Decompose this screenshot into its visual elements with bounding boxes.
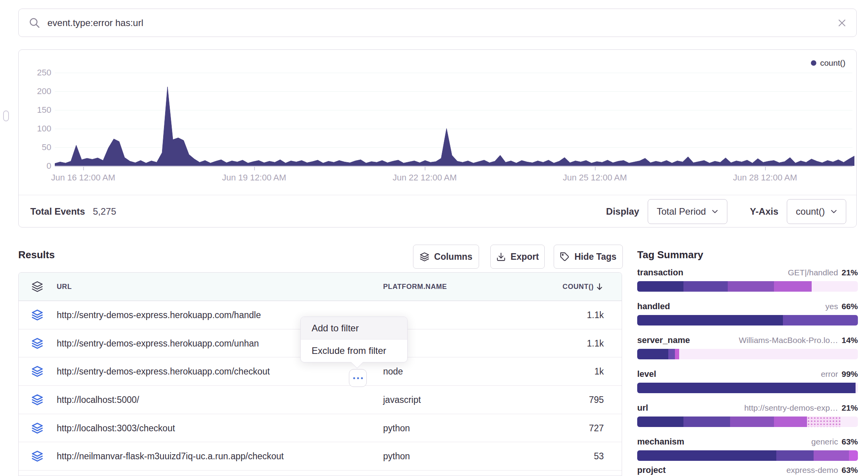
count-cell: 795 [589, 394, 604, 405]
download-icon [496, 252, 506, 262]
y-axis-tick: 0 [19, 161, 51, 171]
tag-bar-segment[interactable] [668, 349, 675, 359]
events-chart-panel: count() 250 200 150 100 50 0 Jun 16 12:0… [18, 49, 857, 228]
x-axis-tickmark [83, 167, 84, 170]
sidebar-drag-handle[interactable] [3, 110, 9, 121]
hide-tags-button-label: Hide Tags [574, 252, 616, 262]
url-cell[interactable]: http://sentry-demos-express.herokuapp.co… [57, 366, 270, 377]
tag-bar-segment[interactable] [783, 315, 858, 326]
chevron-down-icon [830, 208, 837, 215]
total-events-label: Total Events [30, 206, 85, 217]
tag-top-percent: 66% [842, 302, 858, 311]
chart-legend[interactable]: count() [811, 58, 845, 68]
tag-bar-segment[interactable] [679, 349, 858, 359]
tag-bar-segment[interactable] [807, 416, 840, 427]
platform-cell: javascript [383, 394, 421, 405]
tag-bar-segment[interactable] [812, 281, 858, 292]
table-row[interactable]: http://localhost:5000/ javascript 795 [19, 386, 622, 414]
tag-item-transaction: transaction GET|/handled21% [637, 268, 858, 292]
tag-bar-segment[interactable] [637, 315, 783, 326]
tag-top-percent: 63% [842, 437, 858, 446]
url-cell[interactable]: http://neilmanvar-flask-m3uuizd7iq-uc.a.… [57, 451, 284, 462]
cell-actions-button[interactable] [349, 369, 367, 387]
tag-bar-segment[interactable] [840, 416, 858, 427]
tag-distribution-bar[interactable] [637, 383, 858, 393]
layers-icon [31, 281, 43, 292]
stack-icon [31, 309, 43, 321]
tag-summary-heading: Tag Summary [637, 249, 703, 261]
tag-distribution-bar[interactable] [637, 281, 858, 292]
tag-distribution-bar[interactable] [637, 315, 858, 326]
tag-item-mechanism: mechanism generic63% [637, 437, 858, 461]
stack-icon [31, 450, 43, 462]
tag-top-percent: 63% [842, 466, 858, 475]
tag-bar-segment[interactable] [683, 281, 728, 292]
tag-top-percent: 99% [842, 369, 858, 379]
column-header-count[interactable]: COUNT() [563, 282, 604, 291]
tag-bar-segment[interactable] [637, 450, 776, 461]
tag-bar-segment[interactable] [774, 281, 812, 292]
layers-icon [420, 252, 429, 262]
columns-button[interactable]: Columns [413, 245, 479, 269]
y-axis-dropdown[interactable]: count() [787, 199, 846, 224]
stack-icon [31, 338, 43, 349]
url-cell[interactable]: http://sentry-demos-express.herokuapp.co… [57, 338, 259, 348]
tag-bar-segment[interactable] [637, 281, 683, 292]
tag-bar-segment[interactable] [728, 281, 774, 292]
tag-name: url [637, 403, 648, 413]
tag-top-value: yes [825, 302, 838, 311]
tag-top-value: express-demo [786, 466, 838, 475]
total-events-value: 5,275 [93, 206, 116, 217]
y-axis-tick: 250 [19, 68, 51, 78]
event-count-area-chart[interactable] [55, 73, 854, 166]
table-row[interactable]: http://neilmanvar-flask-m3uuizd7iq-uc.a.… [19, 442, 622, 471]
x-axis-tick: Jun 28 12:00 AM [733, 173, 797, 183]
stack-icon [31, 394, 43, 406]
x-axis-tickmark [254, 167, 255, 170]
tag-bar-segment[interactable] [849, 450, 858, 461]
hide-tags-button[interactable]: Hide Tags [554, 245, 623, 269]
tag-distribution-bar[interactable] [637, 416, 858, 427]
chart-footer: Total Events 5,275 Display Total Period … [19, 195, 856, 228]
search-input[interactable] [47, 18, 837, 28]
url-cell[interactable]: http://localhost:3003/checkout [57, 423, 175, 433]
tag-bar-segment[interactable] [637, 349, 668, 359]
menu-item-add-to-filter[interactable]: Add to filter [301, 317, 407, 340]
legend-series-dot [811, 60, 816, 66]
tag-name: server_name [637, 335, 690, 345]
chevron-down-icon [711, 208, 718, 215]
x-axis-tickmark [765, 167, 766, 170]
tag-distribution-bar[interactable] [637, 349, 858, 359]
tag-icon [560, 252, 570, 262]
x-axis-tick: Jun 19 12:00 AM [222, 173, 286, 183]
platform-cell: node [383, 366, 403, 377]
column-header-url[interactable]: URL [57, 283, 72, 291]
tag-bar-segment[interactable] [730, 416, 774, 427]
export-button[interactable]: Export [490, 245, 545, 269]
table-row[interactable]: http://localhost:3003/checkout python 72… [19, 414, 622, 443]
tag-bar-segment[interactable] [637, 383, 856, 393]
tag-top-percent: 21% [842, 268, 858, 277]
tag-bar-segment[interactable] [675, 349, 679, 359]
columns-button-label: Columns [434, 252, 472, 262]
display-dropdown[interactable]: Total Period [648, 199, 727, 224]
platform-cell: python [383, 451, 410, 462]
tag-bar-segment[interactable] [814, 450, 849, 461]
tag-item-handled: handled yes66% [637, 301, 858, 326]
x-axis-tick: Jun 25 12:00 AM [563, 173, 627, 183]
tag-top-value: Williams-MacBook-Pro.lo… [739, 336, 838, 345]
url-cell[interactable]: http://sentry-demos-express.herokuapp.co… [57, 310, 261, 320]
clear-search-icon[interactable] [837, 18, 847, 28]
column-header-platform[interactable]: PLATFORM.NAME [383, 283, 447, 291]
tag-top-percent: 21% [842, 403, 858, 413]
tag-bar-segment[interactable] [774, 416, 807, 427]
url-cell[interactable]: http://localhost:5000/ [57, 394, 139, 405]
tag-bar-segment[interactable] [856, 383, 858, 393]
tag-distribution-bar[interactable] [637, 450, 858, 461]
tag-bar-segment[interactable] [683, 416, 730, 427]
tag-bar-segment[interactable] [776, 450, 814, 461]
tag-bar-segment[interactable] [637, 416, 683, 427]
x-axis-tickmark [425, 167, 425, 170]
x-axis-tick: Jun 16 12:00 AM [51, 173, 115, 183]
menu-item-exclude-from-filter[interactable]: Exclude from filter [301, 340, 407, 362]
